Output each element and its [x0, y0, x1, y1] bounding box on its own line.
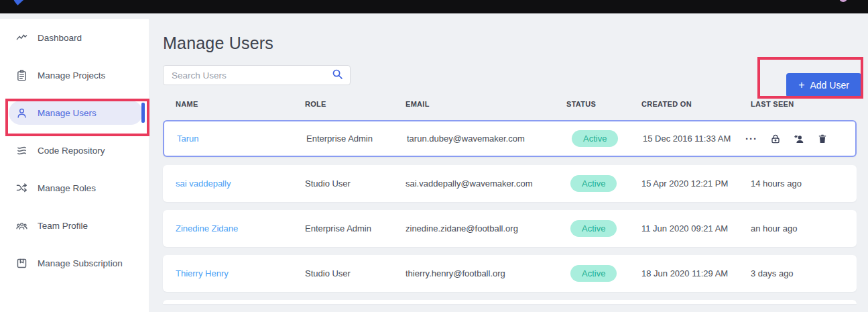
sidebar-item-manage-subscription[interactable]: Manage Subscription — [0, 244, 149, 282]
more-actions-icon[interactable]: ··· — [745, 136, 757, 142]
search-icon[interactable] — [332, 68, 343, 83]
shuffle-icon — [16, 183, 27, 194]
sidebar-item-label: Code Repository — [38, 146, 105, 156]
col-header-name: NAME — [176, 100, 305, 108]
user-email: sai.vaddepally@wavemaker.com — [406, 178, 566, 189]
col-header-email: EMAIL — [406, 100, 566, 108]
sidebar-item-label: Team Profile — [38, 221, 88, 231]
sidebar-item-label: Manage Roles — [38, 183, 96, 193]
sidebar-item-manage-users[interactable]: Manage Users — [0, 94, 149, 132]
user-last-seen: an hour ago — [751, 223, 857, 233]
sidebar-item-manage-projects[interactable]: Manage Projects — [0, 56, 149, 94]
sidebar-item-code-repository[interactable]: Code Repository — [0, 132, 149, 169]
search-input[interactable] — [172, 70, 332, 81]
col-header-created-on: CREATED ON — [641, 100, 751, 108]
user-role: Enterprise Admin — [305, 223, 406, 233]
toolbar: + Add User — [163, 65, 868, 85]
avatar[interactable] — [839, 0, 847, 2]
lock-icon[interactable] — [770, 134, 781, 144]
user-last-seen: 14 hours ago — [751, 178, 857, 189]
sidebar-item-team-profile[interactable]: Team Profile — [0, 207, 149, 244]
clipboard-icon — [16, 70, 27, 81]
user-created-on: 15 Apr 2020 12:21 PM — [641, 178, 751, 189]
col-header-status: STATUS — [566, 100, 641, 108]
team-icon — [16, 220, 27, 231]
user-role: Studio User — [305, 268, 406, 278]
sidebar-item-dashboard[interactable]: Dashboard — [0, 19, 149, 56]
bookmark-icon — [16, 258, 27, 269]
table-row[interactable]: Zinedine Zidane Enterprise Admin zinedin… — [163, 210, 857, 247]
stack-icon — [16, 145, 27, 156]
user-created-on: 18 Jun 2020 11:29 AM — [641, 268, 751, 278]
user-email: zinedine.zidane@football.org — [406, 223, 566, 233]
user-created-on: 11 Jun 2020 09:21 AM — [641, 223, 751, 233]
status-badge: Active — [570, 220, 617, 237]
col-header-role: ROLE — [305, 100, 406, 108]
top-bar — [0, 0, 868, 13]
row-actions: ··· — [745, 134, 855, 144]
user-last-seen: 3 days ago — [751, 268, 857, 278]
page-title: Manage Users — [163, 34, 868, 53]
user-icon — [16, 107, 27, 119]
wavemaker-logo-icon — [9, 0, 25, 6]
sidebar-item-label: Manage Subscription — [38, 258, 123, 268]
table-header: NAME ROLE EMAIL STATUS CREATED ON LAST S… — [163, 100, 857, 108]
user-name-link[interactable]: Tarun — [177, 134, 199, 144]
delete-icon[interactable] — [817, 134, 828, 144]
table-row-partial — [163, 300, 857, 304]
sidebar-item-label: Dashboard — [38, 33, 82, 43]
user-name-link[interactable]: sai vaddepally — [176, 178, 231, 189]
add-user-to-project-icon[interactable] — [794, 134, 804, 144]
plus-icon: + — [798, 79, 804, 91]
table-row[interactable]: Thierry Henry Studio User thierry.henry@… — [163, 255, 857, 292]
sidebar-item-label: Manage Projects — [38, 70, 105, 81]
col-header-last-seen: LAST SEEN — [751, 100, 857, 108]
search-box — [163, 65, 351, 85]
user-role: Enterprise Admin — [306, 134, 407, 144]
main-content: Manage Users + Add User NAME ROLE EMAIL … — [149, 13, 868, 312]
table-row[interactable]: sai vaddepally Studio User sai.vaddepall… — [163, 165, 857, 202]
selected-item-bar — [141, 103, 145, 123]
sidebar-item-label: Manage Users — [38, 108, 97, 118]
table-row[interactable]: Tarun Enterprise Admin tarun.dubey@wavem… — [163, 120, 857, 157]
status-badge: Active — [572, 130, 618, 147]
sidebar-item-manage-roles[interactable]: Manage Roles — [0, 169, 149, 207]
user-role: Studio User — [305, 178, 406, 189]
users-table: NAME ROLE EMAIL STATUS CREATED ON LAST S… — [163, 100, 857, 304]
sidebar: Dashboard Manage Projects Manage Users C… — [0, 19, 149, 312]
user-name-link[interactable]: Zinedine Zidane — [176, 223, 238, 233]
add-user-button[interactable]: + Add User — [786, 73, 861, 97]
status-badge: Active — [570, 265, 617, 282]
user-created-on: 15 Dec 2016 11:33 AM — [643, 134, 752, 144]
user-name-link[interactable]: Thierry Henry — [176, 268, 229, 278]
user-email: tarun.dubey@wavemaker.com — [407, 134, 568, 144]
activity-icon — [16, 32, 27, 44]
add-user-label: Add User — [810, 80, 849, 91]
status-badge: Active — [570, 175, 617, 192]
user-email: thierry.henry@football.org — [406, 268, 566, 278]
